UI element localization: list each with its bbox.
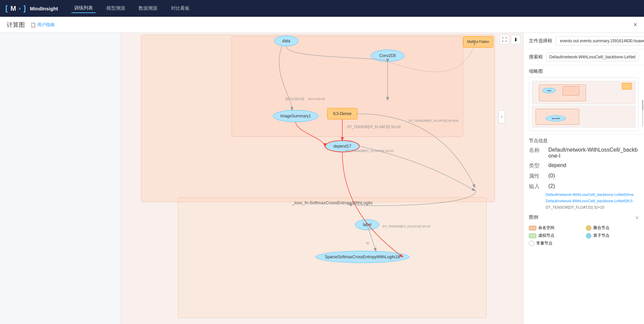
user-guide-icon: 📋 [30, 22, 36, 28]
node-label[interactable]: label [355, 219, 379, 230]
node-sparse-softmax-label: SparseSoftmaxCrossEntropyWithLogits18 [325, 255, 400, 259]
node-data[interactable]: data [274, 36, 298, 46]
edge-label-1: DT_TENSOR[DT_FLOAT32] 32×10 [347, 125, 400, 129]
namespace-loss-label: _loss_fn-SoftmaxCrossEntropyWithLogits [292, 200, 373, 205]
node-label-label: label [363, 222, 371, 227]
node-type-row: 类型 depend [524, 161, 644, 171]
scrollbar-track [642, 100, 643, 127]
node-fc3-dense-label: fc3-Dense [333, 111, 352, 116]
node-conv2d5-label: Conv2D5 [379, 53, 396, 58]
file-selector-section: 文件选择框 events.out.events.summary.15916146… [524, 33, 644, 49]
search-input[interactable] [546, 53, 639, 61]
namespace-inner [232, 36, 463, 137]
download-button[interactable]: ⬇ [511, 35, 521, 44]
legend-toggle[interactable]: 图例 ∨ [524, 211, 644, 222]
main-content: ⛶ ⬇ _loss_fn-SoftmaxCrossEntropyWithLogi… [0, 33, 644, 324]
node-info-section: 节点信息 名称 Default/network-WithLossCell/_ba… [524, 134, 644, 211]
logo-bracket-right: ] [23, 4, 26, 13]
legend-color-operator [586, 233, 591, 238]
thumbnail-preview: node SparseSoft [529, 77, 639, 131]
search-label: 搜索框 [529, 54, 543, 60]
file-selector-label: 文件选择框 [529, 38, 552, 44]
graph-canvas[interactable]: ⛶ ⬇ _loss_fn-SoftmaxCrossEntropyWithLogi… [121, 33, 523, 324]
fit-screen-button[interactable]: ⛶ [500, 35, 509, 44]
legend-expand-icon: ∨ [635, 215, 639, 220]
right-panel: 文件选择框 events.out.events.summary.15916146… [523, 33, 644, 324]
node-type-key: 类型 [529, 162, 546, 169]
input-item-2-val: DT_TENSOR[DT_FLOAT32] 32×10 [546, 205, 639, 209]
node-sparse-softmax[interactable]: SparseSoftmaxCrossEntropyWithLogits18 [315, 251, 409, 263]
search-section: 搜索框 [524, 49, 644, 65]
user-guide-text: 用户指南 [37, 22, 55, 28]
node-name-key: 名称 [529, 147, 546, 154]
panel-collapse-handle[interactable]: ‹ [498, 110, 505, 123]
node-attr-val: (0) [548, 173, 639, 179]
user-guide-link[interactable]: 📋 用户指南 [30, 22, 55, 28]
node-conv2d5[interactable]: Conv2D5 [371, 50, 404, 62]
legend-label-operator: 算子节点 [593, 233, 609, 238]
logo: [ M s ] MindInsight [5, 4, 58, 13]
node-name-val: Default/network-WithLossCell/_backbone-l [548, 147, 639, 159]
node-data-label: data [282, 39, 290, 43]
legend-item-namespace: 命名空间 [529, 225, 582, 231]
legend-color-virtual [529, 233, 536, 238]
node-depend17-label: depend17 [333, 144, 351, 149]
legend-label-constant: 常量节点 [536, 240, 552, 246]
node-input-key: 输入 [529, 183, 546, 190]
node-input-item-0: Default/network-WithLossCell/_backbone-L… [524, 192, 644, 198]
legend-grid: 命名空间 聚合节点 虚拟节点 算子节点 [529, 225, 639, 246]
node-imagesummary1-label: ImageSummary1 [280, 114, 311, 118]
thumbnail-label: 缩略图 [529, 68, 639, 74]
close-button[interactable]: × [633, 21, 637, 29]
nav-item-training[interactable]: 训练列表 [71, 4, 96, 13]
node-matmul-flatten-label: MatMul Flatten [466, 39, 490, 45]
legend-item-virtual: 虚拟节点 [529, 233, 582, 238]
node-depend17[interactable]: depend17 [325, 140, 360, 152]
legend-label-aggregate: 聚合节点 [593, 225, 609, 231]
top-navigation: [ M s ] MindInsight 训练列表 模型溯源 数据溯源 对比看板 [0, 0, 644, 17]
logo-m: M [10, 5, 16, 12]
node-input-item-2: DT_TENSOR[DT_FLOAT32] 32×10 [524, 205, 644, 211]
node-fc3-dense[interactable]: fc3-Dense [327, 108, 357, 119]
node-info-title: 节点信息 [524, 134, 644, 145]
page-title: 计算图 [7, 21, 25, 29]
nav-item-data[interactable]: 数据溯源 [136, 4, 160, 13]
legend-title: 图例 [529, 214, 538, 220]
page-header: 计算图 📋 用户指南 × [0, 17, 644, 33]
nav-item-model[interactable]: 模型溯源 [104, 4, 128, 13]
logo-text: MindInsight [30, 6, 58, 11]
logo-s: s [19, 7, 21, 10]
scrollbar-thumb[interactable] [642, 100, 643, 110]
file-selector-dropdown[interactable]: events.out.events.summary.1591614630.hua… [556, 36, 644, 46]
legend-label-namespace: 命名空间 [538, 225, 554, 231]
legend-label-virtual: 虚拟节点 [538, 233, 554, 238]
legend-item-aggregate: 聚合节点 [586, 225, 639, 231]
node-attr-key: 属性 [529, 173, 546, 180]
node-name-row: 名称 Default/network-WithLossCell/_backbon… [524, 145, 644, 161]
edge-label-2: 32×1×32×32 [285, 97, 304, 101]
node-input-row: 输入 (2) [524, 181, 644, 192]
graph-toolbar: ⛶ ⬇ [500, 35, 521, 44]
node-attr-row: 属性 (0) [524, 171, 644, 181]
node-input-item-1: Default/network-WithLossCell/_backbone-L… [524, 198, 644, 205]
nav-item-compare[interactable]: 对比看板 [168, 4, 192, 13]
legend-item-constant: 常量节点 [529, 240, 582, 246]
thumbnail-section: 缩略图 node SparseSoft [524, 65, 644, 134]
legend-color-aggregate [586, 225, 591, 231]
legend-item-operator: 算子节点 [586, 233, 639, 238]
input-item-0-val[interactable]: Default/network-WithLossCell/_backbone-L… [546, 193, 639, 197]
legend-section: 图例 ∨ 命名空间 聚合节点 虚拟节点 [524, 211, 644, 250]
node-input-val: (2) [548, 183, 639, 189]
input-item-1-val[interactable]: Default/network-WithLossCell/_backbone-L… [546, 199, 639, 203]
logo-bracket-left: [ [5, 4, 8, 13]
node-imagesummary1[interactable]: ImageSummary1 [273, 110, 318, 122]
node-type-val: depend [548, 162, 639, 168]
legend-color-namespace [529, 226, 536, 230]
left-sidebar [0, 33, 121, 324]
node-matmul-flatten[interactable]: MatMul Flatten [463, 36, 493, 48]
legend-color-constant [529, 241, 534, 246]
